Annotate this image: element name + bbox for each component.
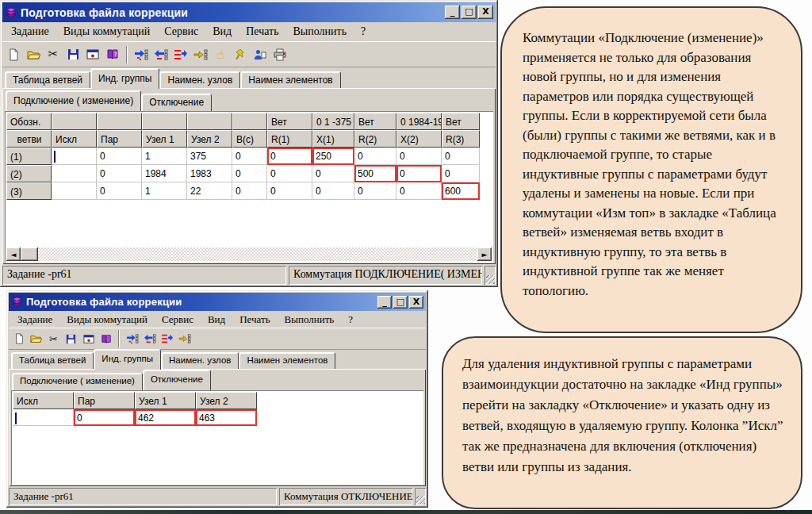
pin-icon[interactable]: [231, 45, 250, 64]
table-cell[interactable]: 1: [142, 148, 187, 165]
user-doc-icon[interactable]: [251, 45, 270, 64]
table-cell[interactable]: 250: [312, 148, 354, 165]
table-cell[interactable]: 1: [142, 182, 187, 200]
new-file-icon[interactable]: [4, 45, 23, 64]
minimize-button[interactable]: _: [445, 6, 460, 19]
delete-row-icon[interactable]: [151, 45, 170, 64]
menu-pechat[interactable]: Печать: [239, 24, 285, 40]
table-cell[interactable]: 0: [232, 148, 267, 165]
table-cell[interactable]: 462: [135, 409, 196, 426]
scroll-right-icon[interactable]: ►: [477, 247, 492, 261]
tab-naimen-elementov[interactable]: Наимен элементов: [239, 352, 335, 370]
table-cell[interactable]: 0: [232, 182, 267, 200]
cut-icon[interactable]: ✂: [44, 45, 63, 64]
table-cell[interactable]: 0: [97, 182, 142, 200]
tab-ind-gruppy[interactable]: Инд. группы: [90, 68, 159, 89]
close-button[interactable]: X: [409, 296, 423, 309]
table-cell[interactable]: 0: [354, 182, 396, 200]
table-cell[interactable]: [52, 165, 97, 182]
save-icon[interactable]: [63, 45, 82, 64]
minimize-button[interactable]: _: [377, 296, 392, 309]
scrollbar-track[interactable]: [38, 247, 477, 261]
title-bar[interactable]: Подготовка файла коррекции _ □ X: [2, 2, 496, 22]
table-cell[interactable]: 0: [312, 165, 354, 182]
table-cell[interactable]: [13, 409, 74, 426]
tab-tablica-vetvey[interactable]: Таблица ветвей: [5, 71, 90, 89]
menu-help[interactable]: ?: [341, 312, 360, 328]
table-cell[interactable]: 0: [232, 165, 267, 182]
menu-servis[interactable]: Сервис: [157, 24, 205, 40]
subtab-otkluchenie[interactable]: Отключение: [141, 94, 212, 111]
menu-zadanie[interactable]: Задание: [10, 312, 59, 328]
menu-help[interactable]: ?: [354, 24, 373, 40]
edit-row-icon[interactable]: [171, 45, 190, 64]
menu-zadanie[interactable]: Задание: [4, 24, 56, 40]
menu-vid[interactable]: Вид: [205, 24, 239, 40]
menu-servis[interactable]: Сервис: [155, 312, 201, 328]
table-cell[interactable]: 463: [196, 409, 257, 426]
menu-vypolnit[interactable]: Выполнить: [278, 312, 342, 328]
tab-tablica-vetvey[interactable]: Таблица ветвей: [11, 352, 94, 370]
table-cell[interactable]: 600: [442, 182, 480, 200]
scrollbar-thumb[interactable]: [21, 247, 38, 261]
table-cell[interactable]: 0: [396, 165, 442, 182]
tab-naimen-uzlov[interactable]: Наимен. узлов: [159, 71, 240, 89]
horizontal-scrollbar[interactable]: ◄ ►: [6, 247, 492, 261]
resize-grip[interactable]: [415, 488, 426, 505]
table-cell[interactable]: 1983: [187, 165, 232, 182]
table-cell[interactable]: 0: [354, 148, 396, 165]
insert-row-icon[interactable]: [124, 331, 140, 347]
open-folder-icon[interactable]: [24, 45, 43, 64]
point-hand-icon[interactable]: [191, 45, 210, 64]
table-cell[interactable]: 1984: [142, 165, 187, 182]
table-cell[interactable]: 500: [354, 165, 396, 182]
help-book-icon[interactable]: [98, 331, 114, 347]
table-cell[interactable]: 0: [442, 148, 480, 165]
table-cell[interactable]: 0: [442, 165, 480, 182]
table-cell[interactable]: 375: [187, 148, 232, 165]
cut-icon[interactable]: ✂: [45, 331, 62, 347]
table-cell[interactable]: 22: [187, 182, 232, 200]
menu-pechat[interactable]: Печать: [232, 312, 277, 328]
open-folder-icon[interactable]: [28, 331, 44, 347]
table-cell[interactable]: 0: [97, 148, 142, 165]
table-cell[interactable]: 0: [396, 148, 442, 165]
maximize-button[interactable]: □: [393, 296, 408, 309]
tab-naimen-elementov[interactable]: Наимен элементов: [240, 71, 340, 89]
table-cell[interactable]: 0: [97, 165, 142, 182]
branches-table: Обозн. Вет 0 1 -375 Вет 0 1984-198 Вет в…: [5, 111, 493, 263]
menu-vid[interactable]: Вид: [201, 312, 232, 328]
table-cell[interactable]: 0: [312, 182, 354, 200]
help-book-icon[interactable]: ?: [103, 45, 122, 64]
subtab-otkluchenie[interactable]: Отключение: [143, 370, 211, 390]
table-cell[interactable]: 0: [74, 409, 135, 426]
menu-vypolnit[interactable]: Выполнить: [286, 24, 354, 40]
save-window-icon[interactable]: [83, 45, 102, 64]
delete-row-icon[interactable]: [141, 331, 158, 347]
resize-grip[interactable]: [485, 266, 496, 285]
print-icon[interactable]: [270, 45, 289, 64]
tab-naimen-uzlov[interactable]: Наимен. узлов: [161, 352, 239, 370]
save-icon[interactable]: [63, 331, 79, 347]
table-cell[interactable]: 0: [267, 182, 312, 200]
insert-row-icon[interactable]: [132, 45, 151, 64]
title-bar[interactable]: Подготовка файла коррекции _ □ X: [9, 293, 426, 311]
point-hand-icon[interactable]: [176, 331, 193, 347]
menu-vidy-kommutaciy[interactable]: Виды коммутаций: [56, 24, 157, 40]
tab-ind-gruppy[interactable]: Инд. группы: [94, 349, 161, 370]
confirm-hand-icon[interactable]: ☝: [211, 45, 230, 64]
table-cell[interactable]: 0: [267, 165, 312, 182]
new-file-icon[interactable]: [10, 331, 27, 347]
maximize-button[interactable]: □: [462, 6, 477, 19]
table-cell[interactable]: [52, 148, 97, 165]
close-button[interactable]: X: [478, 6, 493, 19]
save-window-icon[interactable]: [80, 331, 97, 347]
table-cell[interactable]: 0: [267, 148, 312, 165]
menu-vidy-kommutaciy[interactable]: Виды коммутаций: [59, 312, 155, 328]
table-cell[interactable]: [52, 182, 97, 200]
table-cell[interactable]: 0: [396, 182, 442, 200]
scroll-left-icon[interactable]: ◄: [6, 247, 21, 261]
edit-row-icon[interactable]: [159, 331, 175, 347]
subtab-podkluchenie[interactable]: Подключение ( изменение): [12, 373, 143, 390]
subtab-podkluchenie[interactable]: Подключение ( изменение): [6, 90, 141, 111]
